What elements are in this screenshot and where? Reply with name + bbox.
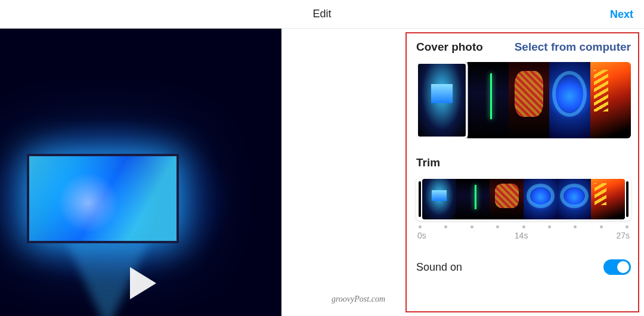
trim-end-label: 27s [616,231,630,240]
header-bar: Edit Next [0,0,644,29]
trim-frame [456,179,490,219]
cover-thumb-2[interactable] [467,62,509,138]
middle-gap: groovyPost.com [281,29,403,316]
trim-handle-end[interactable] [626,181,628,217]
cover-thumb-1[interactable] [416,62,467,138]
sound-row: Sound on [416,259,631,280]
cover-thumb-4[interactable] [549,62,590,138]
trim-time-labels: 0s 14s 27s [416,231,631,240]
content-area: groovyPost.com Cover photo Select from c… [0,29,644,316]
tick [444,225,447,228]
sound-label: Sound on [416,261,462,274]
tick [600,225,603,228]
trim-frame [524,179,558,219]
tick [496,225,499,228]
trim-frame [591,179,625,219]
trim-frame [490,179,524,219]
tick [419,225,422,228]
cover-photo-strip [416,62,631,138]
header-title: Edit [312,8,331,20]
cover-photo-label: Cover photo [416,41,483,54]
trim-track[interactable] [416,178,631,221]
cover-photo-header: Cover photo Select from computer [416,41,631,54]
tick [470,225,473,228]
tick [626,225,628,228]
sound-toggle[interactable] [603,259,631,275]
trim-frame [558,179,592,219]
video-preview[interactable] [0,29,281,316]
tick [548,225,551,228]
trim-handle-start[interactable] [419,181,421,217]
play-icon [130,267,156,299]
trim-section: Trim [416,156,631,240]
trim-start-label: 0s [417,231,426,240]
cover-thumb-3[interactable] [509,62,550,138]
edit-panel: Cover photo Select from computer Trim [403,29,644,316]
preview-stage-screen [27,154,179,243]
trim-frame [422,179,456,219]
tick [522,225,525,228]
select-from-computer-link[interactable]: Select from computer [515,41,631,54]
tick [574,225,577,228]
toggle-knob [617,261,629,273]
trim-label: Trim [416,156,631,169]
trim-frames [422,179,625,219]
watermark: groovyPost.com [332,295,385,304]
play-button[interactable] [123,267,159,303]
cover-thumb-5[interactable] [590,62,631,138]
trim-mid-label: 14s [515,231,528,240]
next-button[interactable]: Next [610,8,633,20]
trim-ticks [416,221,631,231]
